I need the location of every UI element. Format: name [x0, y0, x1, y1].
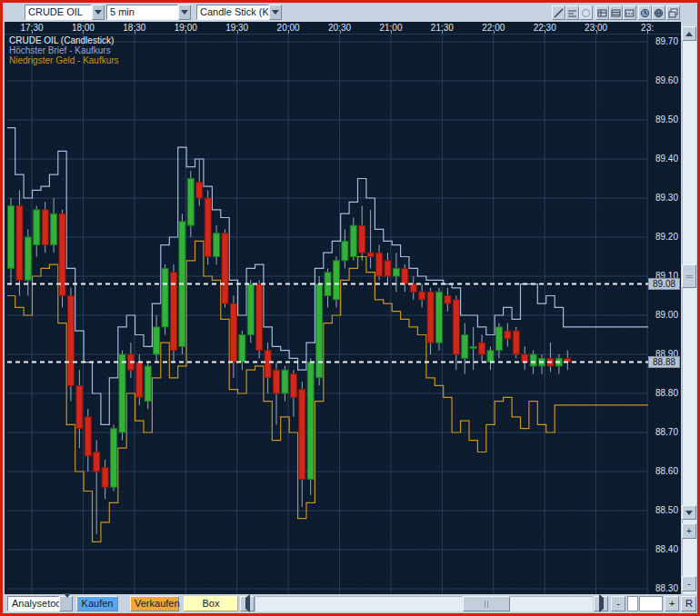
- reset-button[interactable]: R: [681, 596, 696, 611]
- table-view-1-icon[interactable]: [595, 5, 609, 20]
- interval-dropdown-arrow[interactable]: [178, 5, 191, 20]
- cascade-windows-icon[interactable]: [666, 5, 680, 20]
- thumb-grip: [685, 275, 693, 276]
- line-tool-icon[interactable]: [552, 5, 565, 20]
- time-tick-mark: [288, 31, 289, 34]
- scroll-up-button[interactable]: [682, 26, 696, 41]
- arrow-right-icon: [599, 594, 604, 612]
- price-tick-label: 89.30: [655, 193, 678, 203]
- time-tick-mark: [237, 31, 238, 34]
- plot-canvas: [7, 35, 648, 594]
- vertical-scroll-thumb[interactable]: [682, 264, 696, 288]
- clock-icon[interactable]: [638, 5, 652, 20]
- ellipse-tool-icon[interactable]: [579, 5, 593, 20]
- candlestick-plot[interactable]: CRUDE OIL (Candlestick) Höchster Brief -…: [7, 35, 648, 594]
- top-toolbar: CRUDE OIL 5 min Candle Stick (Kerzen: [3, 3, 697, 22]
- price-marker-badge: 88.88: [648, 356, 680, 368]
- chart-type-dropdown-value: Candle Stick (Kerzen: [196, 5, 269, 20]
- thumb-grip: [487, 601, 488, 608]
- time-tick-mark: [32, 31, 33, 34]
- table-view-3-icon[interactable]: [623, 5, 636, 20]
- table-view-2-icon[interactable]: [609, 5, 623, 20]
- chart-type-dropdown[interactable]: Candle Stick (Kerzen: [196, 5, 282, 20]
- interval-dropdown-value: 5 min: [106, 5, 178, 20]
- price-axis: 89.7089.6089.5089.4089.3089.2089.1089.00…: [648, 22, 681, 594]
- time-tick-mark: [596, 31, 597, 34]
- price-tick-label: 88.80: [655, 388, 678, 398]
- chart-legend: CRUDE OIL (Candlestick) Höchster Brief -…: [9, 35, 119, 65]
- price-tick-label: 88.60: [655, 466, 678, 476]
- splitter-box-small[interactable]: [627, 596, 638, 611]
- analysetool-dropdown[interactable]: Analysetool: [7, 596, 59, 611]
- time-tick-mark: [83, 31, 84, 34]
- thumb-grip: [485, 601, 485, 608]
- thumb-grip: [685, 277, 693, 278]
- time-tick-mark: [442, 31, 443, 34]
- time-tick-mark: [185, 31, 186, 34]
- chevron-down-icon: [181, 10, 188, 15]
- chevron-down-icon: [272, 10, 279, 15]
- price-tick-label: 89.00: [655, 310, 678, 320]
- symbol-dropdown-value: CRUDE OIL: [25, 5, 92, 20]
- time-tick-mark: [391, 31, 392, 34]
- arrow-up-icon: [685, 32, 693, 36]
- vertical-scrollbar[interactable]: + -: [682, 26, 696, 597]
- chart-area: 17:3018:0018:3019:0019:3020:0020:3021:00…: [5, 22, 681, 594]
- scroll-left-button[interactable]: [240, 596, 255, 611]
- trading-app-window: CRUDE OIL 5 min Candle Stick (Kerzen: [0, 0, 700, 616]
- time-axis: 17:3018:0018:3019:0019:3020:0020:3021:00…: [5, 22, 681, 35]
- chart-type-dropdown-arrow[interactable]: [269, 5, 282, 20]
- price-tick-label: 88.40: [655, 544, 678, 554]
- zoom-in-button[interactable]: +: [682, 523, 696, 539]
- horizontal-scrollbar[interactable]: [255, 596, 593, 611]
- price-tick-label: 89.70: [655, 36, 678, 46]
- scroll-right-button[interactable]: [594, 596, 608, 611]
- verkaufen-button[interactable]: Verkaufen: [130, 596, 179, 611]
- arrow-down-icon: [685, 511, 693, 515]
- interval-dropdown[interactable]: 5 min: [106, 5, 191, 20]
- kaufen-button[interactable]: Kaufen: [76, 596, 118, 611]
- time-tick-mark: [135, 31, 135, 34]
- symbol-dropdown-arrow[interactable]: [92, 5, 105, 20]
- price-tick-label: 89.50: [655, 114, 678, 124]
- price-tick-label: 88.70: [655, 427, 678, 437]
- chevron-down-icon: [95, 10, 102, 15]
- chevron-down-icon: [64, 593, 71, 609]
- time-tick-mark: [545, 31, 545, 34]
- legend-title: CRUDE OIL (Candlestick): [9, 35, 119, 45]
- time-tick-mark: [340, 31, 341, 34]
- legend-bid-line: Niedrigster Geld - Kaufkurs: [9, 55, 119, 65]
- box-setzen-button[interactable]: Box setzen: [184, 596, 238, 611]
- globe-icon[interactable]: [652, 5, 665, 20]
- price-tick-label: 89.20: [655, 232, 678, 242]
- analysetool-dropdown-arrow[interactable]: [59, 596, 73, 611]
- symbol-dropdown[interactable]: CRUDE OIL: [25, 5, 105, 20]
- arrow-left-icon: [245, 594, 250, 612]
- price-tick-label: 89.60: [655, 75, 678, 85]
- price-tick-label: 88.30: [655, 583, 678, 593]
- legend-ask-line: Höchster Brief - Kaufkurs: [9, 45, 119, 55]
- horizontal-scroll-thumb[interactable]: [463, 596, 510, 611]
- price-marker-badge: 89.08: [648, 278, 680, 290]
- indicator-list-icon[interactable]: [565, 5, 579, 20]
- zoom-out-button[interactable]: -: [682, 576, 696, 591]
- h-zoom-out-button[interactable]: -: [611, 596, 625, 611]
- scroll-down-button[interactable]: [682, 505, 696, 520]
- bottom-toolbar: Analysetool Kaufen Verkaufen Box setzen …: [3, 594, 697, 613]
- splitter-box-large[interactable]: [639, 596, 663, 611]
- h-zoom-in-button[interactable]: +: [665, 596, 679, 611]
- price-tick-label: 89.40: [655, 154, 678, 164]
- time-tick-mark: [494, 31, 495, 34]
- price-tick-label: 88.50: [655, 505, 678, 515]
